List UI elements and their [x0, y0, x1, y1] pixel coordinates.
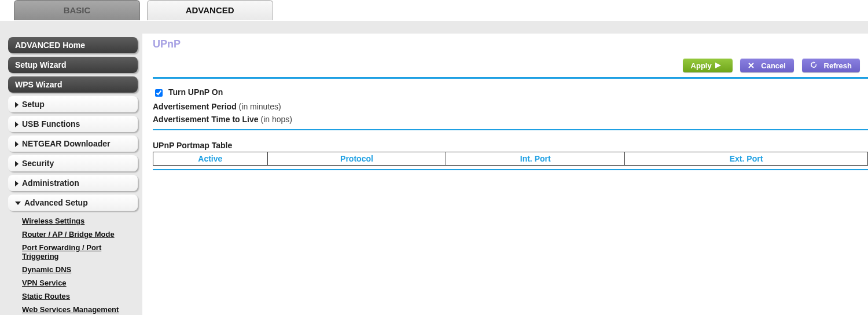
adv-period-label: Advertisement Period [153, 102, 237, 111]
cancel-button[interactable]: Cancel [740, 58, 794, 72]
sidebar: ADVANCED Home Setup Wizard WPS Wizard Se… [0, 34, 142, 315]
apply-button[interactable]: Apply [683, 58, 733, 72]
cancel-label: Cancel [761, 61, 786, 70]
sidebar-item-web-services-management[interactable]: Web Services Management [8, 303, 138, 315]
caret-down-icon [15, 202, 21, 205]
refresh-button[interactable]: Refresh [802, 58, 860, 72]
caret-right-icon [15, 181, 19, 186]
col-protocol: Protocol [267, 152, 446, 166]
sidebar-advanced-home[interactable]: ADVANCED Home [8, 37, 138, 53]
turn-upnp-on-checkbox[interactable] [155, 89, 163, 97]
caret-right-icon [15, 161, 19, 167]
ttl-label: Advertisement Time to Live [153, 115, 259, 124]
apply-label: Apply [691, 61, 712, 70]
col-ext-port: Ext. Port [625, 152, 868, 166]
action-toolbar: Apply Cancel Refresh [142, 53, 868, 77]
tab-advanced[interactable]: ADVANCED [147, 0, 273, 20]
divider [153, 169, 868, 170]
sidebar-advanced-setup[interactable]: Advanced Setup [8, 195, 138, 211]
sidebar-setup-wizard[interactable]: Setup Wizard [8, 57, 138, 73]
refresh-label: Refresh [824, 61, 852, 70]
portmap-table: Active Protocol Int. Port Ext. Port [153, 152, 868, 166]
refresh-icon [810, 61, 821, 70]
sidebar-security[interactable]: Security [8, 155, 138, 171]
sidebar-administration[interactable]: Administration [8, 175, 138, 191]
sidebar-downloader[interactable]: NETGEAR Downloader [8, 135, 138, 152]
play-icon [715, 61, 724, 70]
tab-basic[interactable]: BASIC [14, 0, 140, 20]
caret-right-icon [15, 122, 19, 127]
sidebar-setup[interactable]: Setup [8, 96, 138, 112]
close-icon [748, 61, 757, 70]
col-active: Active [153, 152, 268, 166]
sidebar-item-port-forwarding[interactable]: Port Forwarding / Port Triggering [8, 241, 138, 263]
svg-marker-0 [715, 63, 721, 68]
caret-right-icon [15, 102, 19, 108]
sidebar-item-dynamic-dns[interactable]: Dynamic DNS [8, 263, 138, 276]
caret-right-icon [15, 141, 19, 147]
sidebar-item-static-routes[interactable]: Static Routes [8, 290, 138, 303]
sidebar-usb[interactable]: USB Functions [8, 116, 138, 132]
sidebar-wps-wizard[interactable]: WPS Wizard [8, 76, 138, 93]
sidebar-item-wireless-settings[interactable]: Wireless Settings [8, 214, 138, 228]
main-panel: UPnP Apply Cancel [142, 34, 868, 315]
portmap-table-title: UPnP Portmap Table [153, 133, 868, 152]
header-stripe [0, 21, 868, 34]
col-int-port: Int. Port [446, 152, 625, 166]
page-title: UPnP [142, 37, 868, 53]
table-header-row: Active Protocol Int. Port Ext. Port [153, 152, 868, 166]
sidebar-item-vpn-service[interactable]: VPN Service [8, 276, 138, 290]
sidebar-item-router-mode[interactable]: Router / AP / Bridge Mode [8, 228, 138, 241]
turn-upnp-on-label: Turn UPnP On [168, 87, 223, 97]
